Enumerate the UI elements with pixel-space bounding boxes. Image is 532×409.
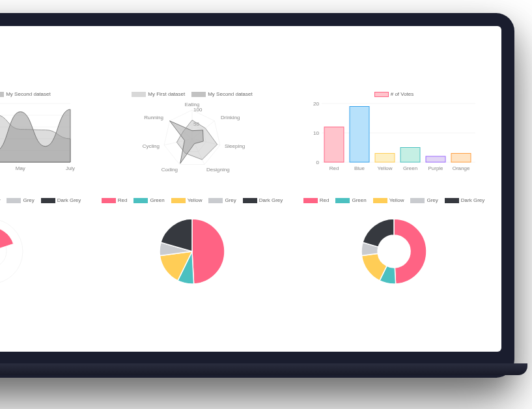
legend-label: My Second dataset bbox=[6, 91, 50, 97]
legend-label: Grey bbox=[23, 197, 34, 203]
legend-item[interactable]: Dark Grey bbox=[445, 197, 484, 203]
pie-legend: Red Green Yellow Grey Dark Grey bbox=[102, 197, 283, 203]
legend-label: Green bbox=[352, 197, 366, 203]
legend-item[interactable]: # of Votes bbox=[374, 91, 414, 97]
bar bbox=[400, 148, 420, 163]
legend-item[interactable]: Grey bbox=[410, 197, 438, 203]
legend-label: Green bbox=[150, 197, 164, 203]
legend-item[interactable]: Dark Grey bbox=[243, 197, 283, 203]
pie-chart-svg bbox=[104, 206, 280, 290]
legend-item[interactable]: Yellow bbox=[171, 197, 203, 203]
radar-cat: Drinking bbox=[221, 115, 240, 120]
doughnut-slice bbox=[394, 219, 427, 284]
radar-cat: Designing bbox=[206, 167, 230, 173]
polar-legend: Red Green Yellow Grey Dark Grey bbox=[0, 197, 81, 203]
chart-row-1: My First dataset My Second dataset 100 8… bbox=[0, 91, 488, 178]
radar-cat: Running bbox=[144, 115, 163, 120]
x-tick: Purple bbox=[428, 165, 443, 171]
legend-label: Yellow bbox=[188, 197, 203, 203]
x-tick: Red bbox=[329, 165, 339, 171]
chart-row-2: Red Green Yellow Grey Dark Grey 200 400 bbox=[0, 197, 488, 290]
y-tick: 20 bbox=[313, 101, 319, 107]
y-tick: 0 bbox=[316, 160, 320, 165]
legend-label: Yellow bbox=[389, 197, 404, 203]
x-tick: Orange bbox=[453, 165, 470, 171]
legend-label: Dark Grey bbox=[461, 197, 484, 203]
x-tick: Yellow bbox=[378, 165, 393, 171]
area-series-2 bbox=[0, 109, 70, 162]
pie-slice bbox=[192, 219, 225, 284]
legend-label: My First dataset bbox=[148, 91, 185, 97]
r-tick: 100 bbox=[193, 107, 203, 113]
svg-point-19 bbox=[0, 219, 23, 284]
polar-area-chart: Red Green Yellow Grey Dark Grey 200 400 bbox=[0, 197, 85, 290]
radar-cat: Coding bbox=[161, 167, 178, 173]
radar-chart: My First dataset My Second dataset 50 10… bbox=[98, 91, 287, 178]
doughnut-chart: Red Green Yellow Grey Dark Grey bbox=[300, 197, 488, 290]
laptop-base bbox=[0, 363, 527, 375]
bar bbox=[426, 156, 445, 162]
doughnut-slice bbox=[363, 219, 394, 247]
bar-chart-svg: 20 10 0 Red Blue Yellow Green Purple bbox=[306, 100, 482, 178]
x-tick: July bbox=[66, 165, 75, 171]
legend-item[interactable]: Green bbox=[133, 197, 164, 203]
x-tick: Blue bbox=[354, 165, 365, 171]
legend-item[interactable]: My First dataset bbox=[132, 91, 185, 97]
radar-cat: Eating bbox=[185, 102, 200, 107]
legend-label: Grey bbox=[427, 197, 438, 203]
y-tick: 10 bbox=[313, 130, 319, 136]
x-tick: May bbox=[16, 165, 25, 171]
bar bbox=[350, 107, 369, 163]
bar bbox=[324, 127, 344, 162]
legend-item[interactable]: My Second dataset bbox=[191, 91, 252, 97]
area-chart-legend: My First dataset My Second dataset bbox=[0, 91, 51, 97]
bar bbox=[375, 154, 395, 163]
legend-label: Red bbox=[320, 197, 329, 203]
radar-chart-legend: My First dataset My Second dataset bbox=[132, 91, 252, 97]
legend-item[interactable]: Yellow bbox=[373, 197, 404, 203]
doughnut-chart-svg bbox=[306, 206, 482, 290]
bar-chart-legend: # of Votes bbox=[374, 91, 414, 97]
area-chart-svg: 100 80 60 40 20 0 January March May July bbox=[0, 100, 78, 178]
x-tick: Green bbox=[403, 165, 417, 171]
legend-item[interactable]: Red bbox=[303, 197, 329, 203]
pie-chart: Red Green Yellow Grey Dark Grey bbox=[98, 197, 287, 290]
legend-item[interactable]: Grey bbox=[208, 197, 236, 203]
bar-chart: # of Votes 20 10 0 bbox=[300, 91, 488, 178]
legend-item[interactable]: My Second dataset bbox=[0, 91, 51, 97]
legend-label: My Second dataset bbox=[208, 91, 252, 97]
polar-slice bbox=[0, 227, 14, 252]
legend-label: # of Votes bbox=[391, 91, 414, 97]
legend-item[interactable]: Green bbox=[335, 197, 366, 203]
legend-label: Dark Grey bbox=[57, 197, 81, 203]
polar-area-svg: 200 400 bbox=[0, 206, 78, 290]
doughnut-legend: Red Green Yellow Grey Dark Grey bbox=[303, 197, 485, 203]
legend-item[interactable]: Dark Grey bbox=[41, 197, 81, 203]
legend-item[interactable]: Grey bbox=[7, 197, 34, 203]
radar-cat: Sleeping bbox=[225, 143, 245, 149]
legend-item[interactable]: Red bbox=[102, 197, 128, 203]
legend-label: Grey bbox=[225, 197, 236, 203]
area-chart: My First dataset My Second dataset 100 8… bbox=[0, 91, 85, 178]
radar-cat: Cycling bbox=[143, 143, 160, 149]
radar-chart-svg: 50 100 Eating Drinking Sleeping Designin… bbox=[104, 100, 280, 178]
legend-label: Dark Grey bbox=[259, 197, 283, 203]
dashboard-screen: My First dataset My Second dataset 100 8… bbox=[0, 26, 501, 352]
bar bbox=[451, 154, 471, 163]
legend-label: Red bbox=[118, 197, 128, 203]
